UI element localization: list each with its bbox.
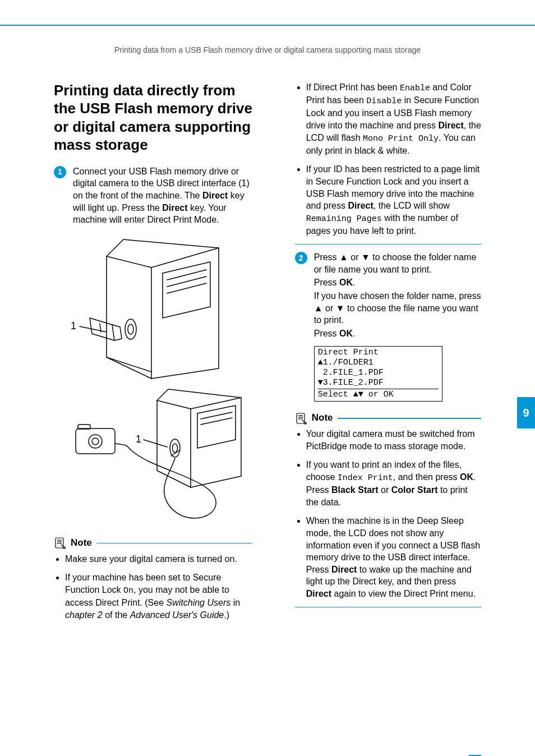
svg-point-1 [128,324,133,334]
lcd-line-2: ▲1./FOLDER1 [318,358,439,368]
left-note-item-1: Make sure your digital camera is turned … [65,553,252,565]
svg-rect-11 [56,538,63,548]
right-note-list: Your digital camera must be switched fro… [295,428,481,600]
left-note-item-2: If your machine has been set to Secure F… [65,571,252,621]
ln2-end: .) [224,610,229,620]
note-heading-left: Note [54,537,252,550]
s2-c: If you have chosen the folder name, pres… [314,291,481,301]
rn2-b: , and then press [393,472,460,482]
right-cont-item-2: If your ID has been restricted to a page… [306,163,481,237]
left-column: Printing data directly from the USB Flas… [54,81,252,628]
svg-line-10 [144,440,167,447]
step-1: 1 Connect your USB Flash memory drive or… [54,165,252,227]
chapter-tab: 9 [517,397,535,428]
s2-dot2: . [353,329,355,338]
svg-point-9 [92,438,99,445]
s2-or2: or [323,303,336,313]
note-end-rule-right-top [295,244,481,245]
rn2-ok: OK [460,472,473,482]
s2-press1: Press [314,252,339,262]
printer-usb-illustration [73,234,233,380]
note-label-right: Note [312,412,333,425]
r1-mono: Mono Print Only [363,134,439,144]
ln2-d: of the [103,610,130,620]
step1-direct-2: Direct [162,203,187,213]
ln2-switching: Switching Users [167,598,231,607]
figure-camera-cable: 1 [73,386,252,527]
s2-down2: ▼ [336,303,345,313]
r1-a: If Direct Print has been [306,82,400,92]
r1-disable: Disable [366,96,402,106]
step-2: 2 Press ▲ or ▼ to choose the folder name… [295,251,481,340]
svg-rect-15 [297,413,305,423]
callout-1-b: 1 [136,432,141,446]
lcd-line-4: ▼3.FILE_2.PDF [318,378,439,388]
svg-point-8 [89,435,102,448]
printer-camera-illustration [73,386,252,527]
right-cont-item-1: If Direct Print has been Enable and Colo… [306,81,481,157]
lcd-line-3: 2.FILE_1.PDF [318,368,439,378]
r2-remain: Remaining Pages [306,214,382,224]
ln2-on: On [123,586,133,596]
figure-usb-flash: 1 [73,234,252,380]
ln2-guide: Advanced User's Guide [130,610,224,620]
lcd-display: Direct Print ▲1./FOLDER1 2.FILE_1.PDF ▼3… [314,346,442,402]
rn3-d1: Direct [331,565,357,574]
s2-press2: Press [314,278,339,287]
s2-down: ▼ [361,252,370,262]
rn2-cs: Color Start [391,485,438,495]
ln2-c: in [230,598,240,607]
step-2-text: Press ▲ or ▼ to choose the folder name o… [314,251,481,340]
r2-direct: Direct [348,201,373,210]
svg-line-3 [80,326,107,332]
s2-press3: Press [314,329,339,338]
note-label-left: Note [71,537,92,550]
svg-point-5 [173,444,178,453]
lcd-line-1: Direct Print [318,348,439,358]
r2-b: , the LCD will show [373,201,450,210]
r1-enable: Enable [400,84,430,93]
page-number: 53 [456,754,464,756]
page-footer: 53 [456,754,481,756]
s2-ok2: OK [339,329,353,338]
right-note-item-3: When the machine is in the Deep Sleep mo… [306,515,481,600]
r1-direct: Direct [438,121,463,130]
rn2-or: or [379,485,391,495]
right-cont-list: If Direct Print has been Enable and Colo… [295,81,481,237]
note-icon [295,412,307,425]
callout-1-a: 1 [71,319,76,333]
step-2-badge: 2 [295,252,307,264]
left-note-list: Make sure your digital camera is turned … [54,553,252,621]
rn3-d2: Direct [306,589,331,598]
svg-rect-6 [76,428,115,454]
rn2-bs: Black Start [331,485,379,495]
right-note-item-1: Your digital camera must be switched fro… [306,428,481,452]
s2-up: ▲ [339,252,348,262]
step-1-badge: 1 [54,166,66,178]
s2-up2: ▲ [314,303,323,313]
note-end-rule-right-bottom [295,607,481,608]
note-icon [54,537,66,549]
note-heading-right: Note [295,412,481,425]
step1-direct-1: Direct [202,191,228,200]
right-column: If Direct Print has been Enable and Colo… [295,81,481,628]
s2-or1: or [348,252,361,262]
s2-ok1: OK [339,278,353,287]
rn3-c: again to view the Direct Print menu. [331,589,476,598]
s2-dot1: . [353,278,355,287]
page-title: Printing data directly from the USB Flas… [54,81,252,154]
top-rule [0,25,535,26]
lcd-line-5: Select ▲▼ or OK [318,389,439,400]
step-1-text: Connect your USB Flash memory drive or d… [73,165,252,227]
svg-point-0 [125,319,136,339]
right-note-item-2: If you want to print an index of the fil… [306,459,481,508]
ln2-chapter: chapter 2 [65,610,103,620]
rn2-idx: Index Print [338,473,393,483]
svg-point-4 [170,439,180,457]
running-header: Printing data from a USB Flash memory dr… [0,45,535,56]
